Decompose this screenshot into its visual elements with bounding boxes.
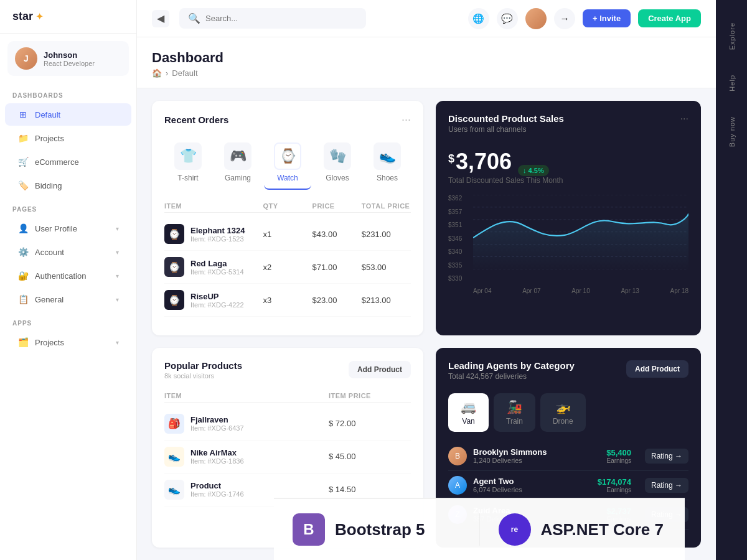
list-item: B Brooklyn Simmons 1,240 Deliveries $5,4… xyxy=(448,442,688,471)
bootstrap-icon: B xyxy=(293,513,325,546)
tab-van[interactable]: 🚐 Van xyxy=(448,393,489,432)
user-role: React Developer xyxy=(44,60,95,67)
logo: star ✦ xyxy=(0,0,136,34)
sidebar-item-authentication[interactable]: 🔐 Authentication ▾ xyxy=(5,264,131,287)
card-header: Popular Products 8k social visitors Add … xyxy=(164,360,411,380)
collapse-sidebar-button[interactable]: ◀ xyxy=(152,10,169,27)
rating-button[interactable]: Rating → xyxy=(645,478,688,493)
chart-x-label: Apr 10 xyxy=(571,287,590,294)
list-icon: 📋 xyxy=(17,294,29,305)
col-item: ITEM xyxy=(164,392,329,399)
sales-chart: $362 $357 $351 $346 $340 $335 $330 xyxy=(448,195,688,294)
qty-cell: x2 xyxy=(263,263,312,272)
sidebar-item-default[interactable]: ⊞ Default xyxy=(5,103,131,126)
sales-value: 3,706 xyxy=(456,149,512,175)
chart-y-label: $357 xyxy=(448,208,462,215)
card-menu-icon[interactable]: ··· xyxy=(402,113,411,126)
sidebar-item-projects-app[interactable]: 🗂️ Projects ▾ xyxy=(5,331,131,353)
badge-value: 4.5% xyxy=(529,167,544,174)
item-id: Item: #XDG-1836 xyxy=(190,457,244,465)
sales-label: Total Discounted Sales This Month xyxy=(448,176,688,185)
bootstrap-promo: B Bootstrap 5 xyxy=(274,513,480,546)
create-app-button[interactable]: Create App xyxy=(638,9,701,27)
sales-amount: $ 3,706 xyxy=(448,149,512,175)
total-cell: $213.00 xyxy=(362,296,411,305)
rating-button[interactable]: Rating → xyxy=(645,449,688,464)
sidebar-item-explore[interactable]: Explore xyxy=(718,10,745,62)
sidebar-item-label: Authentication xyxy=(35,271,86,281)
chart-y-label: $335 xyxy=(448,262,462,269)
avatar: A xyxy=(448,476,467,495)
orders-table-header: ITEM QTY PRICE TOTAL PRICE xyxy=(164,200,411,213)
col-total: TOTAL PRICE xyxy=(362,202,411,210)
recent-orders-card: Recent Orders ··· 👕 T-shirt 🎮 Gaming ⌚ W… xyxy=(152,101,423,335)
card-menu-icon[interactable]: ··· xyxy=(680,113,688,124)
sidebar-item-buy-now[interactable]: Buy now xyxy=(718,104,745,159)
sidebar-item-general[interactable]: 📋 General ▾ xyxy=(5,288,131,310)
tshirt-icon: 👕 xyxy=(174,142,202,170)
invite-button[interactable]: + Invite xyxy=(583,9,631,27)
tab-gloves[interactable]: 🧤 Gloves xyxy=(314,136,361,190)
buy-now-label: Buy now xyxy=(728,116,736,147)
sidebar-item-ecommerce[interactable]: 🛒 eCommerce xyxy=(5,151,131,173)
agent-deliveries: 6,074 Deliveries xyxy=(473,486,591,493)
home-icon: 🏠 xyxy=(152,68,162,78)
item-name: Red Laga xyxy=(190,259,244,268)
apps-label: APPS xyxy=(0,311,136,330)
user-icon: 👤 xyxy=(17,223,29,234)
aspnet-title: ASP.NET Core 7 xyxy=(541,520,664,539)
pages-label: PAGES xyxy=(0,197,136,217)
app-folder-icon: 🗂️ xyxy=(17,337,29,348)
explore-label: Explore xyxy=(728,22,736,50)
tab-shoes[interactable]: 👟 Shoes xyxy=(364,136,411,190)
messages-icon-button[interactable]: 💬 xyxy=(497,8,518,29)
grid-icon: ⊞ xyxy=(17,109,29,120)
avatar: B xyxy=(448,447,467,465)
order-tabs: 👕 T-shirt 🎮 Gaming ⌚ Watch 🧤 Gloves 👟 xyxy=(164,136,411,190)
tab-label: Watch xyxy=(277,174,298,182)
add-product-button[interactable]: Add Product xyxy=(349,361,411,378)
drone-icon: 🚁 xyxy=(555,399,571,414)
item-name: Nike AirMax xyxy=(190,448,244,457)
chevron-down-icon: ▾ xyxy=(116,296,119,303)
header: ◀ 🔍 🌐 💬 → + Invite Create App xyxy=(137,0,716,37)
sidebar-item-account[interactable]: ⚙️ Account ▾ xyxy=(5,241,131,263)
arrow-right-icon-button[interactable]: → xyxy=(554,8,575,29)
add-product-button[interactable]: Add Product xyxy=(626,360,688,378)
sidebar-item-label: Projects xyxy=(35,134,64,143)
chevron-down-icon: ▾ xyxy=(116,225,119,232)
watch-product-icon: ⌚ xyxy=(164,290,184,310)
logo-star-icon: ✦ xyxy=(35,11,44,22)
header-avatar xyxy=(525,8,547,29)
search-input[interactable] xyxy=(205,14,357,23)
sidebar-item-projects[interactable]: 📁 Projects xyxy=(5,127,131,149)
chart-svg xyxy=(473,195,688,270)
agent-earnings-label: Earnings xyxy=(606,457,631,464)
popular-products-subtitle: 8k social visitors xyxy=(164,372,242,380)
breadcrumb: 🏠 › Default xyxy=(152,68,223,78)
page-header: Dashboard 🏠 › Default xyxy=(137,37,716,88)
table-row: ⌚ Red Laga Item: #XDG-5314 x2 $71.00 $53… xyxy=(164,251,411,284)
product-icon: 🎒 xyxy=(164,414,184,434)
tab-drone[interactable]: 🚁 Drone xyxy=(540,393,586,432)
chart-y-label: $351 xyxy=(448,222,462,228)
sidebar-item-user-profile[interactable]: 👤 User Profile ▾ xyxy=(5,217,131,240)
tab-watch[interactable]: ⌚ Watch xyxy=(264,136,311,190)
gaming-icon: 🎮 xyxy=(224,142,251,170)
notification-icon-button[interactable]: 🌐 xyxy=(468,8,489,29)
item-info: ⌚ RiseUP Item: #XDG-4222 xyxy=(164,290,263,310)
chart-y-label: $330 xyxy=(448,275,462,282)
tab-tshirt[interactable]: 👕 T-shirt xyxy=(164,136,212,190)
sales-subtitle: Users from all channels xyxy=(448,125,564,134)
gear-icon: ⚙️ xyxy=(17,246,29,258)
sidebar-item-help[interactable]: Help xyxy=(718,62,745,104)
agent-earnings: $174,074 xyxy=(598,477,631,487)
sidebar-item-bidding[interactable]: 🏷️ Bidding xyxy=(5,174,131,197)
tab-gaming[interactable]: 🎮 Gaming xyxy=(214,136,261,190)
page-title: Dashboard xyxy=(152,50,223,66)
item-id: Item: #XDG-4222 xyxy=(190,301,244,309)
tab-train[interactable]: 🚂 Train xyxy=(494,393,535,432)
table-row: 🎒 Fjallraven Item: #XDG-6437 $ 72.00 xyxy=(164,408,411,441)
bootstrap-title: Bootstrap 5 xyxy=(335,520,425,539)
col-qty: QTY xyxy=(263,202,312,210)
